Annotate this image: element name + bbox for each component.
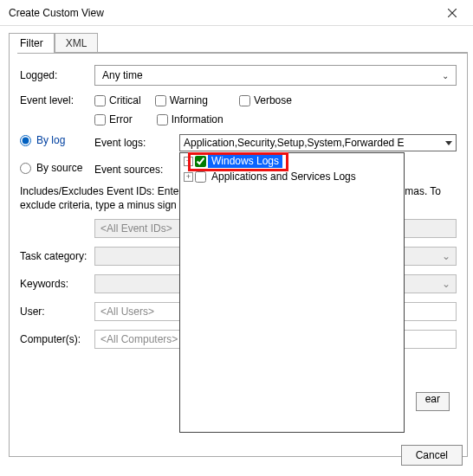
clear-button[interactable]: ear <box>416 392 450 411</box>
information-checkbox[interactable]: Information <box>157 113 224 125</box>
chevron-down-icon: ⌄ <box>442 278 450 290</box>
expand-icon[interactable]: + <box>184 172 193 182</box>
event-logs-value: Application,Security,Setup,System,Forwar… <box>184 137 405 149</box>
dialog-footer: Cancel <box>401 445 463 466</box>
tree-item-windows-logs[interactable]: + Windows Logs <box>180 153 404 169</box>
event-logs-combobox[interactable]: Application,Security,Setup,System,Forwar… <box>179 134 457 151</box>
verbose-checkbox[interactable]: Verbose <box>239 94 292 106</box>
by-log-radio[interactable]: By log <box>20 134 94 146</box>
tree-label-apps-services[interactable]: Applications and Services Logs <box>208 170 360 183</box>
tab-strip: Filter XML <box>9 33 473 53</box>
tree-item-apps-services[interactable]: + Applications and Services Logs <box>180 169 404 184</box>
close-button[interactable] <box>437 3 468 23</box>
logged-label: Logged: <box>20 69 94 81</box>
event-logs-label: Event logs: <box>94 137 172 149</box>
error-checkbox[interactable]: Error <box>94 113 133 125</box>
chevron-down-icon: ⌄ <box>442 250 450 262</box>
critical-checkbox[interactable]: Critical <box>94 94 141 106</box>
warning-checkbox[interactable]: Warning <box>155 94 208 106</box>
tab-xml[interactable]: XML <box>55 33 99 53</box>
tab-filter[interactable]: Filter <box>9 33 55 53</box>
event-logs-dropdown[interactable]: + Windows Logs + Applications and Servic… <box>179 152 405 433</box>
chevron-down-icon: ⌄ <box>442 71 449 80</box>
expand-icon[interactable]: + <box>184 157 193 166</box>
event-sources-label: Event sources: <box>94 164 172 176</box>
logged-value: Any time <box>102 69 143 81</box>
window-title: Create Custom View <box>9 7 104 19</box>
logged-combobox[interactable]: Any time ⌄ <box>94 65 457 86</box>
computers-label: Computer(s): <box>20 333 94 345</box>
cancel-button[interactable]: Cancel <box>401 445 463 466</box>
event-level-label: Event level: <box>20 94 94 106</box>
tree-label-windows-logs[interactable]: Windows Logs <box>208 154 282 168</box>
keywords-label: Keywords: <box>20 278 94 290</box>
apps-services-checkbox[interactable] <box>195 171 206 183</box>
chevron-down-icon <box>445 141 452 145</box>
task-category-label: Task category: <box>20 250 94 262</box>
titlebar: Create Custom View <box>0 0 473 26</box>
user-label: User: <box>20 306 94 318</box>
by-source-radio[interactable]: By source <box>20 162 94 174</box>
close-icon <box>448 9 457 17</box>
windows-logs-checkbox[interactable] <box>195 156 206 167</box>
